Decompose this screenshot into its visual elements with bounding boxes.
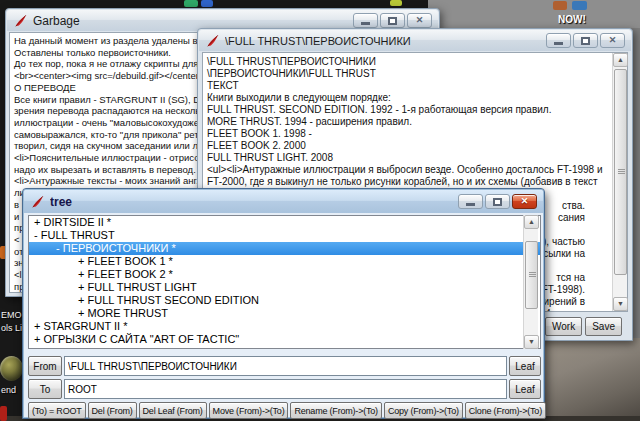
desktop-icon-label-now: NOW!: [558, 14, 586, 25]
text-line: FULL THRUST LIGHT. 2008: [207, 152, 627, 164]
tree-action-button[interactable]: Move (From)->(To): [209, 402, 289, 419]
scroll-down-button[interactable]: ▼: [524, 335, 539, 349]
desktop-icon-fragment[interactable]: [553, 1, 567, 10]
desktop-icon-fragment[interactable]: [184, 0, 198, 7]
close-icon: ✕: [609, 36, 617, 45]
window-title: \FULL THRUST\ПЕРВОИСТОЧНИКИ: [225, 35, 411, 47]
desktop-icon-label: EMO: [1, 310, 22, 320]
tree-action-button[interactable]: (To) = ROOT: [28, 402, 86, 419]
maximize-button[interactable]: [573, 33, 598, 48]
fullthrust-titlebar[interactable]: \FULL THRUST\ПЕРВОИСТОЧНИКИ ✕: [199, 30, 631, 51]
tree-action-button[interactable]: Del Leaf (From): [139, 402, 207, 419]
to-button[interactable]: To: [28, 379, 62, 399]
desktop-icon-fragment[interactable]: [572, 1, 587, 10]
thumb-grip-icon: [529, 272, 536, 277]
text-line: FLEET BOOK 2. 2000: [207, 140, 627, 152]
desktop-round-icon[interactable]: [0, 356, 23, 381]
tree-node[interactable]: + ОГРЫЗКИ С САЙТА "ART OF TACTIC": [29, 333, 540, 346]
close-button[interactable]: ✕: [512, 194, 537, 209]
tree-node[interactable]: + MORE THRUST: [29, 307, 540, 320]
minimize-button[interactable]: [458, 194, 483, 209]
desktop-icon-label: end: [1, 385, 16, 395]
save-button[interactable]: Save: [585, 317, 622, 336]
to-input[interactable]: [64, 379, 507, 399]
from-input[interactable]: [64, 356, 507, 376]
scroll-up-button[interactable]: ▲: [613, 53, 628, 67]
minimize-button[interactable]: [546, 33, 571, 48]
tree-node[interactable]: + FLEET BOOK 1 *: [29, 255, 540, 268]
text-line: FT-2000, где я выкинул не только рисунки…: [207, 176, 627, 188]
minimize-icon: [361, 22, 370, 25]
to-leaf-button[interactable]: Leaf: [509, 379, 541, 399]
tree-action-button[interactable]: Copy (From)->(To): [384, 402, 463, 419]
desktop-icon-fragment[interactable]: [201, 0, 213, 7]
tree-window: tree ✕ + DIRTSIDE II * - FULL THRUST - П…: [22, 188, 545, 419]
close-icon: ✕: [521, 197, 529, 206]
tk-icon: [31, 195, 45, 209]
scroll-down-button[interactable]: ▼: [613, 297, 628, 311]
text-line: ТЕКСТ: [207, 80, 627, 92]
text-line: \FULL THRUST\ПЕРВОИСТОЧНИКИ: [207, 56, 627, 68]
maximize-icon: [388, 17, 397, 25]
work-button[interactable]: Work: [545, 317, 582, 336]
tree-node[interactable]: + DIRTSIDE II *: [29, 216, 540, 229]
tree-node[interactable]: + STARGRUNT II *: [29, 320, 540, 333]
maximize-icon: [581, 37, 590, 45]
thumb-grip-icon: [618, 169, 625, 174]
maximize-button[interactable]: [380, 13, 405, 28]
text-line: FLEET BOOK 1. 1998 -: [207, 128, 627, 140]
text-line: \ПЕРВОИСТОЧНИКИ\FULL THRUST: [207, 68, 627, 80]
vertical-scrollbar[interactable]: ▲ ▼: [523, 215, 538, 349]
text-line: <ul><li>Антуражные иллюстрации я выброси…: [207, 164, 627, 176]
window-title: tree: [50, 195, 72, 209]
window-title: Garbage: [33, 14, 80, 28]
to-row: To Leaf: [28, 379, 541, 399]
from-row: From Leaf: [28, 356, 541, 376]
scrollbar-thumb[interactable]: [614, 69, 627, 275]
tree-action-buttons: (To) = ROOTDel (From)Del Leaf (From)Move…: [28, 402, 541, 419]
tree-listbox[interactable]: + DIRTSIDE II * - FULL THRUST - ПЕРВОИСТ…: [28, 215, 541, 349]
tree-node[interactable]: + FLEET BOOK 2 *: [29, 268, 540, 281]
desktop-icon-fragment[interactable]: [0, 406, 7, 421]
desktop: NOW! EMO ols Li end Garbage ✕ На данный …: [0, 0, 640, 421]
tree-node[interactable]: - FULL THRUST: [29, 229, 540, 242]
desktop-icon-label: ols Li: [1, 323, 22, 333]
desktop-top-area: [428, 0, 640, 30]
desktop-wallpaper-photo: [543, 338, 640, 421]
close-button[interactable]: ✕: [600, 33, 625, 48]
tree-action-button[interactable]: Del (From): [88, 402, 137, 419]
maximize-icon: [493, 198, 502, 206]
text-line: Книги выходили в следующем порядке:: [207, 92, 627, 104]
tk-icon: [206, 34, 220, 48]
minimize-icon: [466, 203, 475, 206]
from-leaf-button[interactable]: Leaf: [509, 356, 541, 376]
close-icon: ✕: [416, 16, 424, 25]
vertical-scrollbar[interactable]: ▲ ▼: [612, 53, 627, 311]
from-button[interactable]: From: [28, 356, 62, 376]
minimize-icon: [554, 42, 563, 45]
text-line: FULL THRUST. SECOND EDITION. 1992 - 1-я …: [207, 104, 627, 116]
maximize-button[interactable]: [485, 194, 510, 209]
text-line: MORE THRUST. 1994 - расширения правил.: [207, 116, 627, 128]
scrollbar-thumb[interactable]: [525, 241, 538, 309]
tree-titlebar[interactable]: tree ✕: [24, 190, 543, 213]
desktop-icon-fragment[interactable]: [390, 0, 402, 6]
tree-action-button[interactable]: Clone (From)->(To): [465, 402, 546, 419]
tree-node[interactable]: + FULL THRUST LIGHT: [29, 281, 540, 294]
minimize-button[interactable]: [353, 13, 378, 28]
tree-action-button[interactable]: Rename (From)->(To): [290, 402, 381, 419]
scroll-up-button[interactable]: ▲: [524, 215, 539, 229]
tree-node[interactable]: - ПЕРВОИСТОЧНИКИ *: [29, 242, 540, 255]
tree-node[interactable]: + FULL THRUST SECOND EDITION: [29, 294, 540, 307]
tk-icon: [14, 14, 28, 28]
close-button[interactable]: ✕: [407, 13, 432, 28]
